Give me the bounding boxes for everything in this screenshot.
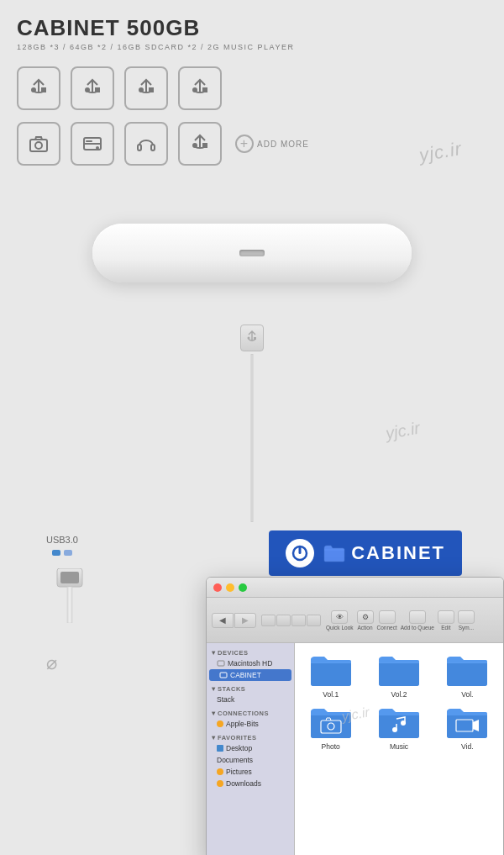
svg-point-0 (32, 88, 35, 92)
svg-point-16 (193, 144, 197, 147)
svg-point-12 (96, 146, 99, 150)
folder-vol2[interactable]: Vol.2 (366, 650, 431, 699)
add-more-circle-icon: + (235, 135, 254, 153)
connections-section-label: ▾ CONNECTIONS (207, 705, 294, 718)
folder-vol2-icon (375, 650, 423, 689)
usb-icon-1 (17, 66, 60, 110)
device-port (239, 250, 265, 256)
icon-row-2: + ADD MORE (0, 119, 504, 169)
cabinet-power-icon (291, 544, 309, 562)
connect-button[interactable]: Connect (377, 610, 397, 631)
svg-rect-15 (151, 145, 155, 150)
cable-connector-area (0, 329, 504, 354)
edit-button[interactable]: Edit (438, 610, 454, 631)
sidebar-apple-bits[interactable]: Apple-Bits (207, 718, 294, 730)
cabinet-badge-icon (286, 539, 314, 567)
svg-point-9 (35, 142, 42, 149)
sidebar-downloads[interactable]: Downloads (207, 778, 294, 789)
cabinet-badge: CABINET (269, 530, 462, 576)
usb-small-icon-box (178, 122, 222, 166)
finder-titlebar (207, 578, 503, 598)
finder-sidebar: ▾ DEVICES Macintosh HD CABINET ▾ STACKS … (207, 643, 295, 855)
sidebar-documents[interactable]: Documents (207, 754, 294, 766)
back-button[interactable]: ◀ (212, 613, 234, 628)
sidebar-cabinet[interactable]: CABINET (209, 669, 291, 681)
sidebar-macintosh-hd[interactable]: Macintosh HD (207, 657, 294, 669)
cable-section (0, 354, 504, 522)
sym-button[interactable]: Sym... (458, 610, 475, 631)
quick-look-button[interactable]: 👁 Quick Look (326, 610, 354, 631)
cabinet-badge-text: CABINET (351, 542, 445, 564)
folder-photo-icon (307, 702, 354, 741)
svg-point-2 (86, 88, 89, 92)
usb-dots (46, 550, 78, 556)
svg-rect-14 (138, 145, 141, 150)
close-button[interactable] (213, 583, 222, 592)
finder-content: Vol.1 Vol.2 (295, 643, 503, 855)
finder-toolbar: ◀ ▶ 👁 Quick Look ⚙ Action (207, 598, 503, 643)
icon-row-1 (0, 58, 504, 119)
sidebar-stack[interactable]: Stack (207, 694, 294, 705)
folder-video[interactable]: Vid. (435, 702, 500, 751)
svg-point-18 (248, 337, 250, 340)
usb-icon-4 (178, 66, 222, 110)
macintosh-hd-icon (217, 659, 225, 668)
folder-music[interactable]: Music (366, 702, 431, 751)
sidebar-pictures[interactable]: Pictures (207, 766, 294, 778)
usb-plug-icon (50, 568, 89, 623)
minimize-button[interactable] (226, 583, 234, 592)
add-to-queue-button[interactable]: Add to Queue (401, 610, 434, 631)
svg-rect-22 (67, 587, 72, 623)
device-oval (92, 224, 412, 282)
svg-rect-13 (86, 140, 92, 142)
view-mode-buttons (261, 615, 321, 626)
folder-music-icon (375, 702, 423, 741)
maximize-button[interactable] (239, 583, 247, 592)
stacks-section-label: ▾ STACKS (207, 681, 294, 694)
view-coverflow-button[interactable] (307, 615, 321, 626)
svg-point-4 (139, 88, 143, 92)
folder-photo-label: Photo (322, 742, 340, 751)
forward-button[interactable]: ▶ (234, 613, 256, 628)
view-list-button[interactable] (261, 615, 276, 626)
svg-rect-24 (299, 546, 302, 554)
apple-bits-icon (217, 720, 223, 727)
product-title: CABINET 500GB (17, 15, 487, 41)
header: CABINET 500GB 128GB *3 / 64GB *2 / 16GB … (0, 0, 504, 58)
svg-rect-5 (150, 88, 153, 92)
usb-label: USB3.0 (46, 535, 78, 556)
folder-vol3[interactable]: Vol. (435, 650, 500, 699)
svg-rect-19 (254, 337, 256, 340)
view-column-button[interactable] (291, 615, 306, 626)
svg-point-6 (193, 88, 197, 92)
action-button[interactable]: ⚙ Action (357, 610, 374, 631)
folder-photo[interactable]: Photo (298, 702, 363, 751)
camera-icon-box (17, 122, 60, 166)
nav-buttons: ◀ ▶ (212, 613, 256, 628)
desktop-icon (217, 745, 223, 752)
svg-rect-1 (42, 88, 45, 92)
svg-rect-17 (203, 144, 207, 147)
usb-section: USB3.0 (0, 522, 504, 855)
finder-window[interactable]: ◀ ▶ 👁 Quick Look ⚙ Action (206, 577, 504, 855)
view-icon-button[interactable] (276, 615, 291, 626)
folder-vol3-label: Vol. (461, 690, 473, 699)
folder-vol1-icon (307, 650, 354, 689)
hdd-icon-box (71, 122, 114, 166)
cabinet-folder-icon (323, 543, 346, 563)
usb-icon-3 (124, 66, 168, 110)
usb-dot-light (64, 550, 72, 556)
device-image-area (0, 177, 504, 329)
cable-connector-top (240, 325, 264, 351)
cabinet-folder-area: CABINET (323, 542, 445, 564)
usb-dot-blue (52, 550, 60, 556)
sidebar-desktop[interactable]: Desktop (207, 742, 294, 754)
svg-rect-21 (60, 572, 79, 583)
folder-video-icon (444, 702, 491, 741)
svg-rect-3 (96, 88, 99, 92)
add-more-button[interactable]: + ADD MORE (235, 135, 309, 153)
folder-video-label: Vid. (461, 742, 474, 751)
finder-body: ▾ DEVICES Macintosh HD CABINET ▾ STACKS … (207, 643, 503, 855)
folder-vol1[interactable]: Vol.1 (298, 650, 363, 699)
usb-icon-2 (71, 66, 114, 110)
